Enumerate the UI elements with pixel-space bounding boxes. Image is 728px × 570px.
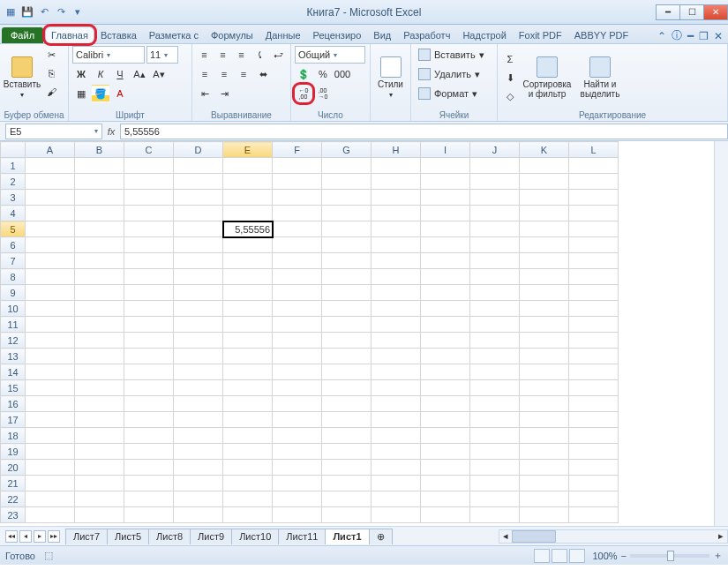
cell[interactable] <box>520 460 569 476</box>
cell[interactable] <box>174 253 223 269</box>
cell[interactable] <box>470 460 520 476</box>
cell[interactable] <box>569 269 619 285</box>
cell[interactable] <box>174 491 223 507</box>
cell[interactable] <box>75 174 124 190</box>
cell[interactable] <box>569 460 619 476</box>
cell[interactable] <box>520 333 569 349</box>
column-header[interactable]: B <box>75 142 124 158</box>
row-header[interactable]: 15 <box>1 380 26 396</box>
cell[interactable] <box>569 396 619 412</box>
column-header[interactable]: G <box>322 142 372 158</box>
column-header[interactable]: C <box>124 142 174 158</box>
increase-decimal-button[interactable]: ←0 ,00 <box>295 85 312 102</box>
cell[interactable] <box>26 349 75 364</box>
cell[interactable] <box>26 285 75 301</box>
cell[interactable] <box>470 190 520 206</box>
cell[interactable] <box>75 269 124 285</box>
comma-icon[interactable]: 000 <box>334 65 351 83</box>
cell[interactable] <box>520 158 569 174</box>
doc-minimize-icon[interactable]: ━ <box>687 30 694 42</box>
sheet-tab[interactable]: Лист10 <box>231 529 279 544</box>
redo-icon[interactable]: ↷ <box>54 5 68 19</box>
fill-color-icon[interactable]: 🪣 <box>92 85 109 102</box>
row-header[interactable]: 17 <box>1 412 26 428</box>
normal-view-button[interactable] <box>534 549 550 563</box>
minimize-ribbon-icon[interactable]: ⌃ <box>657 30 666 42</box>
cell[interactable] <box>569 174 619 190</box>
tab-abbyy pdf[interactable]: ABBYY PDF <box>568 26 635 43</box>
cell[interactable] <box>421 285 470 301</box>
number-format-combo[interactable]: Общий▾ <box>295 46 365 64</box>
cell[interactable] <box>322 301 372 317</box>
cell[interactable] <box>569 253 619 269</box>
cell[interactable] <box>372 237 421 253</box>
cell[interactable] <box>26 364 75 380</box>
cell[interactable] <box>26 507 75 523</box>
cell[interactable] <box>75 412 124 428</box>
decrease-indent-icon[interactable]: ⇤ <box>196 85 214 102</box>
cell[interactable] <box>124 444 174 460</box>
cell[interactable] <box>372 174 421 190</box>
cell[interactable] <box>322 364 372 380</box>
cell[interactable] <box>223 269 273 285</box>
cell[interactable] <box>273 380 322 396</box>
sheet-next-icon[interactable]: ▸ <box>34 530 46 543</box>
cell[interactable] <box>322 269 372 285</box>
cell[interactable] <box>520 476 569 491</box>
cell[interactable] <box>421 428 470 444</box>
row-header[interactable]: 14 <box>1 364 26 380</box>
cell[interactable] <box>372 396 421 412</box>
zoom-level[interactable]: 100% <box>592 551 617 561</box>
cell[interactable] <box>26 190 75 206</box>
cell[interactable] <box>273 396 322 412</box>
cell[interactable] <box>26 174 75 190</box>
cell[interactable] <box>569 237 619 253</box>
row-header[interactable]: 12 <box>1 333 26 349</box>
italic-button[interactable]: К <box>92 65 109 83</box>
cell[interactable] <box>26 269 75 285</box>
cell[interactable] <box>421 349 470 364</box>
cell[interactable] <box>174 301 223 317</box>
sheet-tab[interactable]: Лист8 <box>148 529 191 544</box>
cell[interactable] <box>520 221 569 237</box>
cell[interactable] <box>223 476 273 491</box>
cell[interactable] <box>223 491 273 507</box>
page-layout-view-button[interactable] <box>552 549 567 563</box>
align-bottom-icon[interactable]: ≡ <box>233 46 250 64</box>
cut-icon[interactable]: ✂ <box>42 46 60 64</box>
cell[interactable] <box>174 158 223 174</box>
cell[interactable] <box>520 380 569 396</box>
cell[interactable] <box>26 460 75 476</box>
cell[interactable] <box>421 221 470 237</box>
cell[interactable] <box>26 380 75 396</box>
cell[interactable] <box>124 491 174 507</box>
cell[interactable] <box>322 349 372 364</box>
cell[interactable] <box>322 396 372 412</box>
cell[interactable] <box>421 206 470 221</box>
cell[interactable] <box>470 237 520 253</box>
cell[interactable] <box>75 444 124 460</box>
cell[interactable] <box>322 507 372 523</box>
cell[interactable] <box>124 412 174 428</box>
cell[interactable] <box>124 380 174 396</box>
cell[interactable] <box>322 221 372 237</box>
scroll-thumb[interactable] <box>512 530 556 543</box>
cell[interactable] <box>223 444 273 460</box>
cell[interactable] <box>520 491 569 507</box>
cell[interactable] <box>322 253 372 269</box>
zoom-in-button[interactable]: ＋ <box>713 549 723 562</box>
cell[interactable] <box>26 333 75 349</box>
doc-restore-icon[interactable]: ❐ <box>699 30 709 42</box>
cell[interactable] <box>520 174 569 190</box>
cell[interactable] <box>569 317 619 333</box>
border-icon[interactable]: ▦ <box>72 85 90 102</box>
cell[interactable] <box>223 237 273 253</box>
cell[interactable] <box>75 476 124 491</box>
cell[interactable] <box>322 237 372 253</box>
cell[interactable] <box>26 317 75 333</box>
bold-button[interactable]: Ж <box>72 65 90 83</box>
sheet-tab[interactable]: Лист11 <box>278 529 326 544</box>
cell[interactable] <box>372 444 421 460</box>
cell[interactable] <box>273 253 322 269</box>
cell[interactable] <box>124 237 174 253</box>
